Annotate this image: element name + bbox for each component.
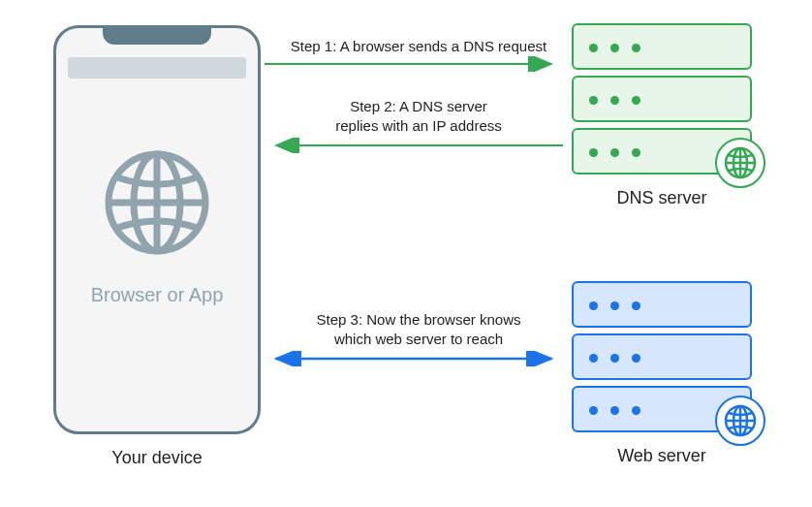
dns-caption: DNS server [572, 188, 752, 208]
phone-address-bar [68, 57, 246, 79]
arrow-step2 [265, 138, 563, 153]
step2-text: Step 2: A DNS server replies with an IP … [283, 97, 554, 137]
server-unit [572, 23, 752, 70]
web-caption: Web server [572, 446, 752, 466]
globe-icon [715, 396, 765, 446]
phone-app-label: Browser or App [56, 284, 258, 306]
arrow-step1 [265, 56, 563, 72]
globe-icon [715, 138, 765, 188]
step1-text: Step 1: A browser sends a DNS request [283, 37, 554, 56]
globe-icon [103, 148, 211, 261]
server-unit [572, 76, 752, 122]
step3-line1: Step 3: Now the browser knows [317, 311, 521, 328]
web-server-stack [572, 281, 752, 438]
server-unit [572, 333, 752, 380]
step2-line1: Step 2: A DNS server [350, 98, 487, 114]
dns-flow-diagram: Browser or App Your device DNS server [0, 0, 812, 507]
phone-notch [103, 27, 211, 45]
device-phone: Browser or App [53, 25, 261, 434]
device-caption: Your device [53, 448, 261, 468]
dns-server-stack [572, 23, 752, 180]
step2-line2: replies with an IP address [335, 117, 501, 134]
arrow-step3 [265, 351, 563, 366]
step3-line2: which web server to reach [334, 331, 503, 347]
step3-text: Step 3: Now the browser knows which web … [283, 310, 554, 350]
server-unit [572, 281, 752, 328]
